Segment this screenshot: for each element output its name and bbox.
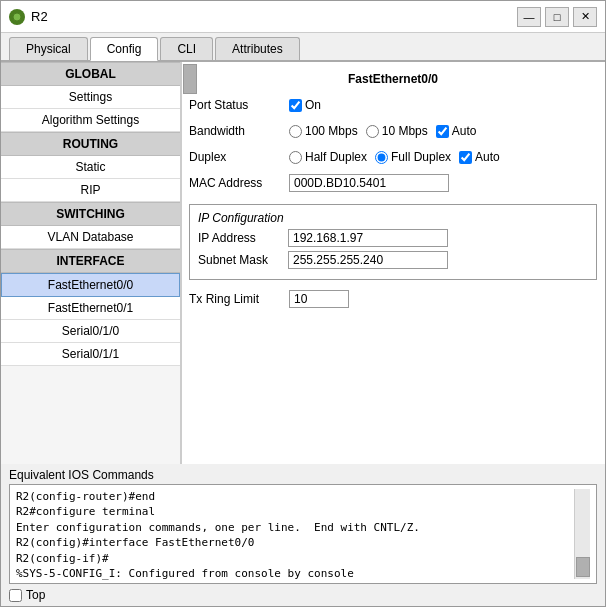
sidebar-header-interface: INTERFACE — [1, 249, 180, 273]
bandwidth-radio-group: 100 Mbps 10 Mbps Auto — [289, 124, 476, 138]
duplex-radio-group: Half Duplex Full Duplex Auto — [289, 150, 500, 164]
terminal-scrollbar-thumb[interactable] — [576, 557, 590, 577]
top-label: Top — [26, 588, 45, 602]
subnet-mask-label: Subnet Mask — [198, 253, 288, 267]
terminal-section: Equivalent IOS Commands R2(config-router… — [1, 464, 605, 584]
tab-config[interactable]: Config — [90, 37, 159, 61]
main-window: R2 — □ ✕ Physical Config CLI Attributes … — [0, 0, 606, 607]
tx-ring-label: Tx Ring Limit — [189, 292, 289, 306]
terminal-label: Equivalent IOS Commands — [9, 468, 597, 482]
mac-input[interactable] — [289, 174, 449, 192]
duplex-auto-checkbox[interactable] — [459, 151, 472, 164]
tx-ring-input[interactable] — [289, 290, 349, 308]
sidebar-header-routing: ROUTING — [1, 132, 180, 156]
half-duplex-radio[interactable] — [289, 151, 302, 164]
bandwidth-auto-text: Auto — [452, 124, 477, 138]
sidebar-item-serial011[interactable]: Serial0/1/1 — [1, 343, 180, 366]
bandwidth-100-radio[interactable] — [289, 125, 302, 138]
half-duplex-text: Half Duplex — [305, 150, 367, 164]
top-checkbox-label[interactable]: Top — [9, 588, 45, 602]
port-status-on-label: On — [305, 98, 321, 112]
ip-config-box: IP Configuration IP Address Subnet Mask — [189, 204, 597, 280]
port-status-row: Port Status On — [189, 94, 597, 116]
bandwidth-value: 100 Mbps 10 Mbps Auto — [289, 124, 597, 138]
app-icon — [9, 9, 25, 25]
terminal-box: R2(config-router)#end R2#configure termi… — [9, 484, 597, 584]
terminal-scrollbar[interactable] — [574, 489, 590, 579]
duplex-label: Duplex — [189, 150, 289, 164]
port-status-value: On — [289, 98, 597, 112]
sidebar-item-serial010[interactable]: Serial0/1/0 — [1, 320, 180, 343]
window-title: R2 — [31, 9, 517, 24]
tabs-bar: Physical Config CLI Attributes — [1, 33, 605, 61]
bandwidth-auto-label[interactable]: Auto — [436, 124, 477, 138]
duplex-auto-text: Auto — [475, 150, 500, 164]
sidebar-item-vlan[interactable]: VLAN Database — [1, 226, 180, 249]
tab-physical[interactable]: Physical — [9, 37, 88, 60]
title-bar: R2 — □ ✕ — [1, 1, 605, 33]
full-duplex-label[interactable]: Full Duplex — [375, 150, 451, 164]
maximize-button[interactable]: □ — [545, 7, 569, 27]
sidebar-header-switching: SWITCHING — [1, 202, 180, 226]
bandwidth-10-label[interactable]: 10 Mbps — [366, 124, 428, 138]
mac-value — [289, 174, 597, 192]
sidebar-container: GLOBAL Settings Algorithm Settings ROUTI… — [1, 62, 181, 464]
subnet-mask-input[interactable] — [288, 251, 448, 269]
interface-title: FastEthernet0/0 — [189, 70, 597, 88]
minimize-button[interactable]: — — [517, 7, 541, 27]
svg-point-0 — [13, 13, 21, 21]
duplex-row: Duplex Half Duplex Full Duplex — [189, 146, 597, 168]
sidebar-item-fe00[interactable]: FastEthernet0/0 — [1, 273, 180, 297]
bandwidth-100-label[interactable]: 100 Mbps — [289, 124, 358, 138]
sidebar-header-global: GLOBAL — [1, 62, 180, 86]
sidebar: GLOBAL Settings Algorithm Settings ROUTI… — [1, 62, 181, 464]
window-controls: — □ ✕ — [517, 7, 597, 27]
sidebar-scrollbar-thumb[interactable] — [183, 64, 197, 94]
sidebar-item-settings[interactable]: Settings — [1, 86, 180, 109]
ip-address-row: IP Address — [198, 229, 588, 247]
bandwidth-10-text: 10 Mbps — [382, 124, 428, 138]
port-status-checkbox[interactable] — [289, 99, 302, 112]
config-panel: FastEthernet0/0 Port Status On Bandwidth — [181, 62, 605, 464]
subnet-mask-row: Subnet Mask — [198, 251, 588, 269]
sidebar-item-algorithm-settings[interactable]: Algorithm Settings — [1, 109, 180, 132]
close-button[interactable]: ✕ — [573, 7, 597, 27]
full-duplex-text: Full Duplex — [391, 150, 451, 164]
ip-address-input[interactable] — [288, 229, 448, 247]
mac-row: MAC Address — [189, 172, 597, 194]
tx-ring-row: Tx Ring Limit — [189, 290, 597, 308]
bandwidth-10-radio[interactable] — [366, 125, 379, 138]
sidebar-item-fe01[interactable]: FastEthernet0/1 — [1, 297, 180, 320]
ip-config-title: IP Configuration — [198, 211, 588, 225]
bandwidth-label: Bandwidth — [189, 124, 289, 138]
bandwidth-auto-checkbox[interactable] — [436, 125, 449, 138]
bandwidth-row: Bandwidth 100 Mbps 10 Mbps A — [189, 120, 597, 142]
main-content: GLOBAL Settings Algorithm Settings ROUTI… — [1, 61, 605, 464]
mac-label: MAC Address — [189, 176, 289, 190]
bandwidth-100-text: 100 Mbps — [305, 124, 358, 138]
sidebar-item-rip[interactable]: RIP — [1, 179, 180, 202]
tab-cli[interactable]: CLI — [160, 37, 213, 60]
sidebar-scrollbar[interactable] — [181, 62, 182, 464]
full-duplex-radio[interactable] — [375, 151, 388, 164]
sidebar-item-static[interactable]: Static — [1, 156, 180, 179]
footer: Top — [1, 584, 605, 606]
port-status-label: Port Status — [189, 98, 289, 112]
port-status-check-label[interactable]: On — [289, 98, 321, 112]
half-duplex-label[interactable]: Half Duplex — [289, 150, 367, 164]
terminal-content: R2(config-router)#end R2#configure termi… — [16, 489, 574, 579]
ip-address-label: IP Address — [198, 231, 288, 245]
duplex-auto-label[interactable]: Auto — [459, 150, 500, 164]
duplex-value: Half Duplex Full Duplex Auto — [289, 150, 597, 164]
top-checkbox[interactable] — [9, 589, 22, 602]
tab-attributes[interactable]: Attributes — [215, 37, 300, 60]
